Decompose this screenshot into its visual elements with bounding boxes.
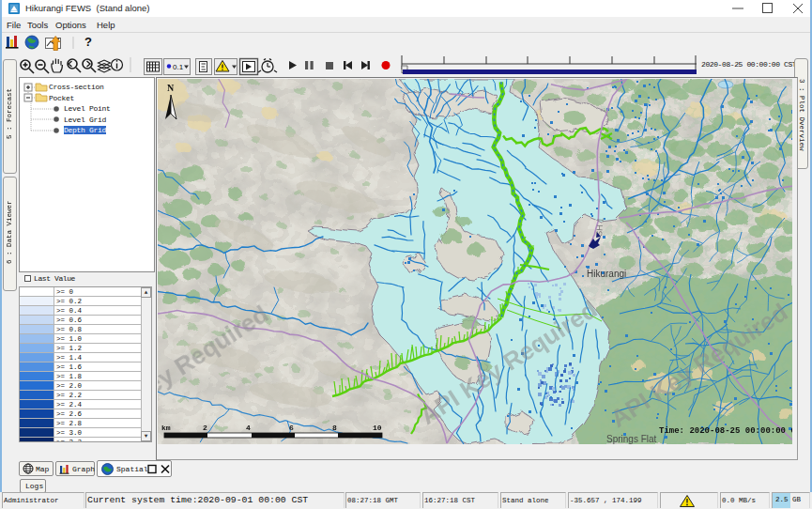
svg-text:4: 4 [246,424,251,432]
svg-text:N: N [167,83,175,93]
svg-text:2: 2 [203,424,207,432]
svg-text:km: km [161,424,171,432]
svg-text:SH 1: SH 1 [594,217,605,237]
svg-text:Springs Flat: Springs Flat [606,434,657,444]
svg-text:0.1: 0.1 [173,63,184,71]
svg-text:Hikurangi: Hikurangi [587,269,626,279]
svg-text:Time: 2020-08-25 00:00:00 CST: Time: 2020-08-25 00:00:00 CST [659,426,792,436]
svg-text:6: 6 [289,424,294,432]
svg-text:10: 10 [373,424,382,432]
svg-text:8: 8 [332,424,337,432]
